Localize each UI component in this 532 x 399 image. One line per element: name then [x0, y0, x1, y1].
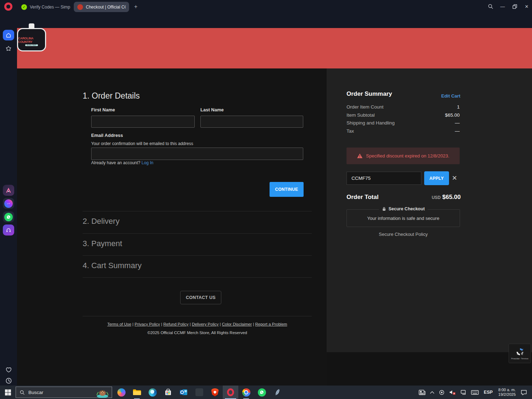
tray-network-icon[interactable]: [458, 386, 469, 399]
taskbar-opera-icon[interactable]: [223, 386, 238, 399]
apply-coupon-button[interactable]: APPLY: [424, 171, 449, 185]
sidebar-whatsapp-icon[interactable]: [3, 211, 14, 222]
color-disclaimer-link[interactable]: Color Disclaimer: [222, 322, 252, 326]
refund-policy-link[interactable]: Refund Policy: [164, 322, 189, 326]
browser-tab-strip: ✓ Verify Codes — SimplyCo Checkout | Off…: [0, 0, 532, 13]
log-in-link[interactable]: Log In: [142, 160, 153, 165]
first-name-input[interactable]: [91, 116, 195, 128]
taskbar-outlook-icon[interactable]: [176, 386, 192, 399]
discount-error-banner: Specified discount expired on 12/8/2023.: [347, 148, 460, 164]
sidebar-messenger-icon[interactable]: [3, 198, 14, 209]
footer-links: Terms of Use | Privacy Policy | Refund P…: [83, 322, 312, 326]
tray-language-indicator[interactable]: ESP: [481, 386, 495, 399]
ccmf-favicon-icon: [77, 4, 83, 10]
remove-coupon-icon[interactable]: ✕: [452, 174, 457, 182]
recaptcha-privacy-text[interactable]: Privacidad - Términos: [511, 358, 528, 360]
recaptcha-badge[interactable]: Privacidad - Términos: [509, 344, 531, 363]
taskbar-edge-icon[interactable]: [145, 386, 160, 399]
tray-volume-muted-icon[interactable]: [447, 386, 458, 399]
taskbar-feather-app-icon[interactable]: [270, 386, 285, 399]
tray-time: 8:00 a. m.: [498, 388, 516, 392]
ccmf-logo[interactable]: CAROLINA COUNTRY MUSIC FEST: [17, 28, 46, 51]
account-prompt: Already have an account? Log In: [91, 160, 153, 165]
delivery-policy-link[interactable]: Delivery Policy: [192, 322, 218, 326]
discount-error-text: Specified discount expired on 12/8/2023.: [366, 153, 449, 159]
guitar-head-icon: [29, 23, 34, 29]
sidebar-app1-icon[interactable]: [3, 185, 14, 196]
tray-date: 19/2/2025: [498, 392, 516, 397]
taskbar-brave-icon[interactable]: [207, 386, 223, 399]
sidebar-speeddial-star-icon[interactable]: [4, 45, 13, 53]
opera-sidebar: •••: [0, 13, 17, 386]
restore-button[interactable]: [509, 0, 521, 13]
section-divider: [83, 255, 312, 256]
secure-checkout-text: Your information is safe and secure: [347, 216, 460, 221]
coupon-code-input[interactable]: [347, 172, 421, 185]
sidebar-home-button[interactable]: [3, 30, 14, 40]
search-icon: [20, 390, 25, 395]
delivery-heading: 2. Delivery: [83, 217, 120, 226]
new-tab-button[interactable]: +: [132, 3, 140, 11]
secure-checkout-policy-link[interactable]: Secure Checkout Policy: [347, 232, 460, 237]
section-divider: [83, 211, 312, 211]
report-a-problem-link[interactable]: Report a Problem: [255, 322, 287, 326]
simplycodes-favicon-icon: ✓: [21, 4, 27, 10]
taskbar-chrome-icon[interactable]: [238, 386, 254, 399]
first-name-label: First Name: [91, 107, 115, 112]
tab-verify-codes[interactable]: ✓ Verify Codes — SimplyCo: [18, 2, 74, 12]
summary-row: Shipping and Handling—: [347, 119, 460, 127]
email-help-text: Your order confirmation will be emailed …: [91, 141, 193, 146]
tray-chevron-up-icon[interactable]: [428, 386, 437, 399]
email-input[interactable]: [91, 148, 303, 160]
tray-clock[interactable]: 8:00 a. m.19/2/2025: [495, 386, 519, 399]
contact-us-button[interactable]: CONTACT US: [180, 291, 221, 304]
tray-action-center-icon[interactable]: [519, 386, 532, 399]
browser-toolbar: ‹ › ↻ VPN shop.carolinacountrymusicfest.…: [0, 13, 532, 28]
edit-cart-link[interactable]: Edit Cart: [441, 93, 460, 99]
order-total-label: Order Total: [347, 194, 378, 201]
last-name-label: Last Name: [200, 107, 224, 112]
tray-remote-circle-icon[interactable]: [437, 386, 447, 399]
summary-row: Tax—: [347, 127, 460, 135]
terms-of-use-link[interactable]: Terms of Use: [107, 322, 131, 326]
taskbar-whatsapp-icon[interactable]: [254, 386, 270, 399]
footer-divider: [83, 316, 312, 316]
opera-menu-logo[interactable]: [4, 2, 12, 11]
payment-heading: 3. Payment: [83, 239, 122, 248]
search-tabs-icon[interactable]: [484, 0, 497, 13]
search-placeholder: Buscar: [28, 390, 43, 395]
recaptcha-logo-icon: [515, 347, 525, 356]
minimize-button[interactable]: —: [497, 0, 509, 13]
tray-touch-keyboard-icon[interactable]: [469, 386, 481, 399]
taskbar-copilot-icon[interactable]: [113, 386, 129, 399]
warning-triangle-icon: [357, 153, 363, 159]
tab-title: Checkout | Official CCMF: [86, 5, 126, 10]
copyright-text: ©2025 Official CCMF Merch Store, All Rig…: [83, 331, 312, 335]
secure-lock-icon: [382, 206, 386, 211]
section-divider: [83, 277, 312, 278]
cart-summary-heading: 4. Cart Summary: [83, 261, 142, 270]
continue-button[interactable]: CONTINUE: [270, 182, 304, 197]
summary-row: Order Item Count1: [347, 103, 460, 111]
taskbar-file-explorer-icon[interactable]: [129, 386, 145, 399]
secure-checkout-box: Secure Checkout Your information is safe…: [347, 209, 460, 227]
start-button[interactable]: [0, 386, 16, 399]
order-summary-rows: Order Item Count1 Item Subtotal$65.00 Sh…: [347, 103, 460, 135]
sidebar-likes-heart-icon[interactable]: [4, 366, 13, 374]
taskbar-store-icon[interactable]: [160, 386, 176, 399]
privacy-policy-link[interactable]: Privacy Policy: [135, 322, 160, 326]
taskbar-search-box[interactable]: Buscar: [16, 387, 112, 398]
order-total-value: USD $65.00: [419, 194, 461, 201]
tab-checkout-ccmf[interactable]: Checkout | Official CCMF: [74, 2, 129, 12]
email-label: Email Address: [91, 133, 123, 138]
close-button[interactable]: ✕: [521, 0, 532, 13]
order-details-heading: 1. Order Details: [83, 91, 140, 101]
tab-title: Verify Codes — SimplyCo: [30, 5, 70, 10]
last-name-input[interactable]: [200, 116, 303, 128]
tray-news-widget-icon[interactable]: [416, 386, 428, 399]
sidebar-history-clock-icon[interactable]: [4, 376, 13, 385]
sidebar-player-icon[interactable]: [3, 225, 14, 235]
order-summary-title: Order Summary: [347, 90, 392, 98]
taskbar-dim-app-icon[interactable]: [192, 386, 207, 399]
site-header: CAROLINA COUNTRY MUSIC FEST Sign In: [17, 28, 532, 68]
